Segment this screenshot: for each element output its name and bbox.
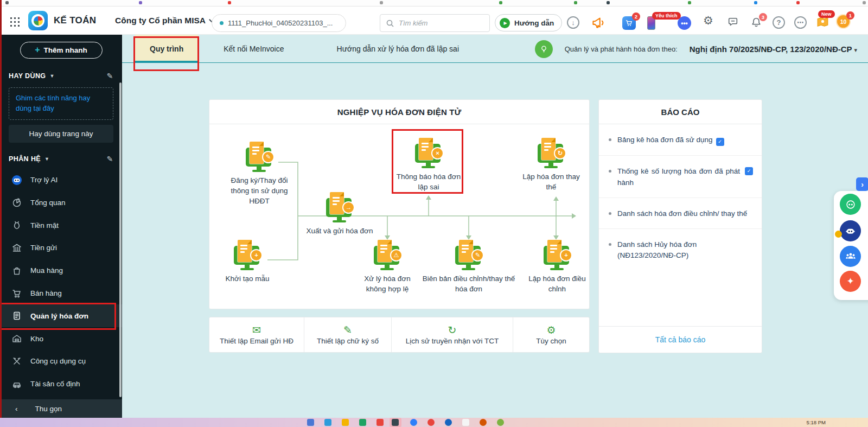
- sidebar-item-mua-hang[interactable]: Mua hàng: [0, 259, 122, 282]
- recording-edge-line: [0, 0, 2, 418]
- bookmark-icon[interactable]: [607, 1, 610, 4]
- taskbar-app-icon[interactable]: [342, 419, 349, 426]
- sidebar-item-kho[interactable]: Kho: [0, 327, 122, 350]
- misa-logo[interactable]: [28, 11, 48, 30]
- report-item[interactable]: Bảng kê hóa đơn đã sử dụng✓: [599, 124, 762, 156]
- invoice-node-icon[interactable]: ✎: [244, 142, 275, 173]
- tab-quy-trinh[interactable]: Quy trình: [135, 35, 198, 62]
- report-item[interactable]: Thống kê số lượng hóa đơn đã phát hành✓: [599, 156, 762, 198]
- download-button[interactable]: ↓: [567, 16, 579, 29]
- avatar-badge: 1: [846, 11, 854, 20]
- guide-button[interactable]: ▶ Hướng dẫn: [495, 14, 562, 31]
- bookmark-icon[interactable]: [863, 1, 866, 4]
- node-xu-ly-hoa-don-khong-hop-le: ⚠ Xử lý hóa đơn không hợp lệ: [354, 240, 421, 295]
- whats-new-button[interactable]: New: [816, 16, 829, 31]
- taskbar-app-icon[interactable]: [307, 419, 314, 426]
- panel-expand-button[interactable]: ›: [856, 177, 868, 191]
- caret-down-icon: ▼: [50, 73, 55, 79]
- reports-list: Bảng kê hóa đơn đã sử dụng✓ Thống kê số …: [599, 124, 762, 326]
- taskbar-app-icon[interactable]: [462, 419, 469, 426]
- section-modules[interactable]: PHÂN HỆ▼ ✎: [0, 155, 122, 163]
- bookmark-icon[interactable]: [139, 1, 142, 4]
- report-badge-icon: ✓: [716, 138, 724, 146]
- invoice-node-icon[interactable]: ↻: [535, 138, 567, 169]
- invoice-node-icon[interactable]: ⚠: [372, 240, 403, 271]
- help-button[interactable]: ?: [773, 16, 785, 29]
- bookmark-icon[interactable]: [796, 1, 800, 4]
- settings-button[interactable]: ⚙: [703, 15, 713, 27]
- notifications-button[interactable]: 3: [750, 16, 762, 30]
- bookmark-icon[interactable]: [380, 1, 383, 4]
- taskbar-app-icon[interactable]: [376, 419, 384, 426]
- mobile-app-button[interactable]: Yêu thích: [647, 16, 655, 30]
- logo-ring: [31, 14, 44, 27]
- sidebar-item-tong-quan[interactable]: Tổng quan: [0, 191, 122, 214]
- search-input[interactable]: [399, 19, 475, 27]
- tab-huong-dan-xu-ly[interactable]: Hướng dẫn xử lý hóa đơn đã lập sai: [322, 35, 474, 62]
- edit-pencil-icon[interactable]: ✎: [107, 155, 113, 163]
- decree-dropdown[interactable]: Nghị định 70/2025/NĐ-CP, 123/2020/NĐ-CP …: [690, 44, 857, 54]
- setup-digital-signature-button[interactable]: ✎ Thiết lập chữ ký số: [304, 317, 392, 352]
- taskbar-app-icon[interactable]: [445, 419, 452, 426]
- account-button[interactable]: 10 1: [836, 14, 851, 29]
- quick-add-button[interactable]: + Thêm nhanh: [20, 42, 103, 59]
- sidebar-item-tien-gui[interactable]: Tiền gửi: [0, 237, 122, 259]
- chevron-left-icon: ‹: [15, 405, 18, 413]
- collapse-button[interactable]: ‹ Thu gọn: [0, 399, 122, 418]
- new-badge: New: [818, 10, 835, 18]
- invoice-node-icon[interactable]: +: [232, 240, 263, 271]
- invoice-node-icon[interactable]: ×: [413, 138, 444, 169]
- store-button[interactable]: 2: [622, 16, 636, 30]
- sidebar-item-tro-ly-ai[interactable]: Trợ lý AI: [0, 169, 122, 192]
- sidebar-item-tien-mat[interactable]: Tiền mặt: [0, 214, 122, 237]
- taskbar-app-icon[interactable]: [480, 419, 487, 426]
- bookmark-icon[interactable]: [688, 1, 691, 4]
- tct-history-button[interactable]: ↻ Lịch sử truyền nhận với TCT: [392, 317, 513, 352]
- community-button[interactable]: [840, 246, 861, 267]
- taskbar-app-icon[interactable]: [392, 419, 399, 426]
- bullet: [609, 138, 611, 141]
- report-item[interactable]: Danh sách Hủy hóa đơn (NĐ123/2020/NĐ-CP): [599, 229, 762, 326]
- more-button[interactable]: ⋯: [794, 16, 807, 29]
- taskbar-app-icon[interactable]: [324, 419, 331, 426]
- taskbar-app-icon[interactable]: [497, 419, 504, 426]
- report-item[interactable]: Danh sách hóa đơn điều chỉnh/ thay thế: [599, 198, 762, 229]
- bookmark-icon[interactable]: [754, 1, 757, 4]
- support-chat-button[interactable]: [840, 194, 861, 215]
- sidebar-item-quan-ly-hoa-don[interactable]: Quản lý hóa đơn: [0, 304, 122, 327]
- sidebar-item-cong-cu-dung-cu[interactable]: Công cụ dụng cụ: [0, 350, 122, 373]
- bookmark-icon[interactable]: [574, 1, 577, 4]
- all-reports-link[interactable]: Tất cả báo cáo: [655, 335, 706, 344]
- sparkle-icon: ✦: [846, 276, 854, 287]
- bookmark-icon[interactable]: [5, 1, 9, 4]
- taskbar-app-icon[interactable]: [410, 419, 417, 426]
- sparkle-ai-button[interactable]: ✦: [840, 271, 861, 292]
- sidebar-scrollbar[interactable]: [119, 82, 122, 397]
- sidebar-item-ban-hang[interactable]: Bán hàng: [0, 282, 122, 305]
- app-grid-icon[interactable]: [9, 16, 20, 27]
- megaphone-icon[interactable]: [591, 15, 606, 32]
- tab-bar: Quy trình Kết nối MeInvoice Hướng dẫn xử…: [122, 35, 868, 63]
- taskbar-app-icon[interactable]: [427, 419, 435, 426]
- bookmark-icon[interactable]: [499, 1, 502, 4]
- bookmark-icon[interactable]: [228, 1, 231, 4]
- tab-ket-noi-meinvoice[interactable]: Kết nối MeInvoice: [209, 35, 298, 62]
- company-selector[interactable]: Công ty Cổ phần MISA: [115, 16, 215, 26]
- frequent-page-button[interactable]: Hay dùng trang này: [9, 125, 113, 143]
- ai-assistant-button[interactable]: [840, 220, 861, 241]
- invoice-node-icon[interactable]: ✎: [453, 240, 484, 271]
- bulb-icon[interactable]: [535, 40, 553, 58]
- people-icon: [845, 251, 857, 263]
- options-button[interactable]: ⚙ Tùy chọn: [513, 317, 589, 352]
- invoice-node-icon[interactable]: →: [324, 192, 355, 224]
- taskbar-app-icon[interactable]: [359, 419, 366, 426]
- search-box[interactable]: [380, 14, 490, 32]
- feedback-button[interactable]: [727, 16, 739, 30]
- setup-email-button[interactable]: ✉ Thiết lập Email gửi HĐ: [209, 317, 304, 352]
- pin-hint[interactable]: Ghim các tính năng hay dùng tại đây: [9, 87, 113, 120]
- dataset-pill[interactable]: 1111_PhucHoi_040520231103_...: [212, 14, 346, 32]
- edit-pencil-icon[interactable]: ✎: [107, 72, 113, 80]
- section-frequent[interactable]: HAY DÙNG▼ ✎: [0, 72, 122, 80]
- sidebar-item-tai-san-co-dinh[interactable]: Tài sản cố định: [0, 373, 122, 396]
- invoice-node-icon[interactable]: +: [541, 240, 573, 271]
